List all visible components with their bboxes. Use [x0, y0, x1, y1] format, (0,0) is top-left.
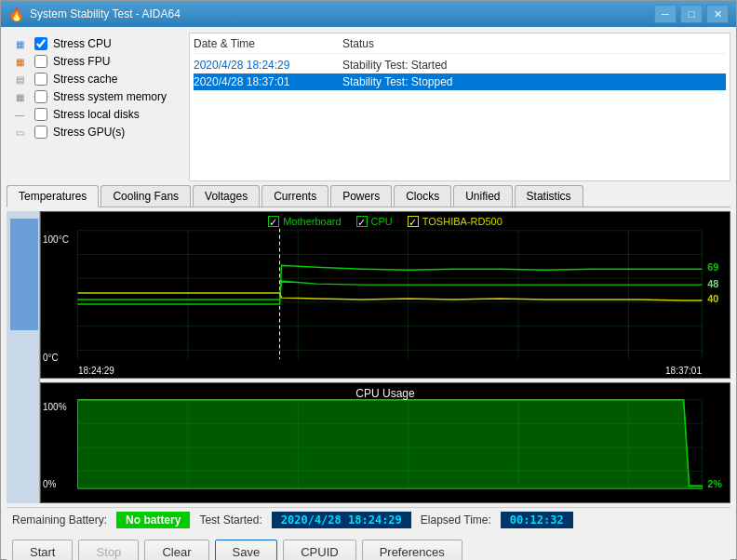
elapsed-label: Elapsed Time:: [421, 513, 491, 527]
stop-button[interactable]: Stop: [78, 540, 139, 560]
log-date-1: 2020/4/28 18:24:29: [194, 59, 342, 72]
battery-label: Remaining Battery:: [12, 513, 107, 527]
checkbox-gpus-input[interactable]: [34, 126, 47, 139]
checkbox-cpu-input[interactable]: [34, 37, 47, 50]
save-button[interactable]: Save: [215, 540, 278, 560]
title-bar-left: 🔥 System Stability Test - AIDA64: [8, 7, 181, 21]
log-col-date-header: Date & Time: [194, 37, 342, 50]
app-icon: 🔥: [8, 7, 24, 21]
battery-value: No battery: [116, 512, 190, 528]
start-button[interactable]: Start: [12, 540, 73, 560]
checkbox-disks-input[interactable]: [34, 108, 47, 121]
memory-icon: ▦: [10, 89, 29, 104]
tabs-bar: Temperatures Cooling Fans Voltages Curre…: [7, 185, 730, 207]
legend-cpu: ✓ CPU: [356, 216, 393, 227]
checkbox-disks-label: Stress local disks: [53, 108, 140, 121]
gpus-icon: ▭: [10, 125, 29, 140]
checkbox-disks[interactable]: — Stress local disks: [10, 107, 180, 122]
legend-cpu-label: CPU: [371, 216, 393, 227]
tab-statistics[interactable]: Statistics: [515, 185, 583, 207]
test-started-label: Test Started:: [199, 513, 261, 527]
content-area: ▦ Stress CPU ▦ Stress FPU ▤ Stress cache…: [1, 27, 736, 560]
checkbox-memory-input[interactable]: [34, 90, 47, 103]
grid-lines: [77, 231, 702, 359]
tab-currents[interactable]: Currents: [261, 185, 328, 207]
usage-chart: CPU Usage 100% 0%: [40, 382, 730, 503]
tab-cooling-fans[interactable]: Cooling Fans: [100, 185, 191, 207]
close-button[interactable]: ✕: [706, 5, 729, 23]
tab-voltages[interactable]: Voltages: [193, 185, 260, 207]
elapsed-value: 00:12:32: [501, 512, 573, 528]
legend-mb-label: Motherboard: [283, 216, 341, 227]
checkbox-fpu-input[interactable]: [34, 55, 47, 68]
checkbox-cpu[interactable]: ▦ Stress CPU: [10, 36, 180, 51]
temp-chart-svg: 69 48 40: [41, 212, 730, 378]
log-status-1: Stability Test: Started: [342, 59, 726, 72]
temp-x-start: 18:24:29: [78, 366, 114, 376]
log-row-1[interactable]: 2020/4/28 18:24:29 Stability Test: Start…: [194, 57, 726, 73]
checkbox-fpu-label: Stress FPU: [53, 55, 110, 68]
checkbox-cache[interactable]: ▤ Stress cache: [10, 72, 180, 87]
legend-disk-label: TOSHIBA-RD500: [422, 216, 502, 227]
checkboxes-panel: ▦ Stress CPU ▦ Stress FPU ▤ Stress cache…: [7, 33, 183, 181]
log-status-2: Stability Test: Stopped: [342, 75, 726, 88]
tab-unified[interactable]: Unified: [453, 185, 512, 207]
top-section: ▦ Stress CPU ▦ Stress FPU ▤ Stress cache…: [7, 33, 730, 181]
charts-wrapper: ✓ Motherboard ✓ CPU ✓ TOSHIBA-RD500: [7, 211, 730, 503]
temp-x-labels: 18:24:29 18:37:01: [78, 366, 702, 376]
checkbox-memory-label: Stress system memory: [53, 90, 167, 103]
log-header: Date & Time Status: [194, 37, 726, 54]
tab-panel-left: [7, 211, 40, 503]
maximize-button[interactable]: □: [680, 5, 703, 23]
checkbox-memory[interactable]: ▦ Stress system memory: [10, 89, 180, 104]
main-window: 🔥 System Stability Test - AIDA64 ─ □ ✕ ▦…: [0, 0, 737, 560]
checkbox-gpus-label: Stress GPU(s): [53, 126, 125, 139]
svg-text:48: 48: [707, 278, 718, 289]
log-row-2[interactable]: 2020/4/28 18:37:01 Stability Test: Stopp…: [194, 73, 726, 90]
preferences-button[interactable]: Preferences: [362, 540, 462, 560]
buttons-bar: Start Stop Clear Save CPUID Preferences: [7, 536, 730, 560]
tab-temperatures[interactable]: Temperatures: [7, 185, 99, 207]
status-bar: Remaining Battery: No battery Test Start…: [7, 507, 730, 532]
disks-icon: —: [10, 107, 29, 122]
clear-button[interactable]: Clear: [144, 540, 208, 560]
temp-x-end: 18:37:01: [665, 366, 702, 376]
svg-text:40: 40: [707, 293, 718, 304]
minimize-button[interactable]: ─: [654, 5, 677, 23]
usage-chart-title: CPU Usage: [41, 387, 730, 400]
svg-text:2%: 2%: [707, 478, 722, 489]
tab-powers[interactable]: Powers: [330, 185, 392, 207]
checkbox-gpus[interactable]: ▭ Stress GPU(s): [10, 125, 180, 140]
temp-chart: ✓ Motherboard ✓ CPU ✓ TOSHIBA-RD500: [40, 211, 730, 379]
legend-mb: ✓ Motherboard: [268, 216, 341, 227]
usage-chart-svg: 2%: [41, 383, 730, 502]
test-started-value: 2020/4/28 18:24:29: [272, 512, 411, 528]
fpu-icon: ▦: [10, 54, 29, 69]
log-col-status-header: Status: [342, 37, 726, 50]
charts-main: ✓ Motherboard ✓ CPU ✓ TOSHIBA-RD500: [40, 211, 730, 503]
title-bar-controls: ─ □ ✕: [654, 5, 729, 23]
tab-clocks[interactable]: Clocks: [394, 185, 451, 207]
log-panel: Date & Time Status 2020/4/28 18:24:29 St…: [189, 33, 730, 181]
svg-text:69: 69: [707, 261, 718, 273]
cache-icon: ▤: [10, 72, 29, 87]
checkbox-fpu[interactable]: ▦ Stress FPU: [10, 54, 180, 69]
cpuid-button[interactable]: CPUID: [283, 540, 355, 560]
legend-disk: ✓ TOSHIBA-RD500: [408, 216, 502, 227]
title-bar: 🔥 System Stability Test - AIDA64 ─ □ ✕: [1, 1, 736, 27]
svg-marker-29: [77, 400, 702, 489]
checkbox-cache-input[interactable]: [34, 73, 47, 86]
checkbox-cache-label: Stress cache: [53, 73, 117, 86]
log-date-2: 2020/4/28 18:37:01: [194, 75, 342, 88]
checkbox-cpu-label: Stress CPU: [53, 37, 112, 50]
window-title: System Stability Test - AIDA64: [30, 7, 181, 20]
cpu-icon: ▦: [10, 36, 29, 51]
chart-legend: ✓ Motherboard ✓ CPU ✓ TOSHIBA-RD500: [41, 216, 730, 227]
